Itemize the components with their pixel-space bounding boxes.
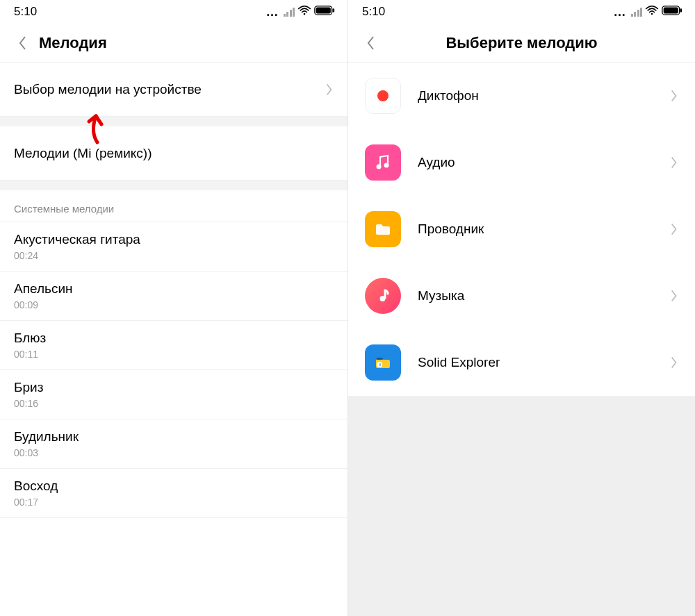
phone-left: 5:10 … Мелодия Выбор мелодии на устройст… [0, 0, 348, 616]
app-row-recorder[interactable]: Диктофон [348, 63, 695, 129]
more-icon: … [266, 5, 279, 19]
divider [0, 117, 348, 126]
track-duration: 00:09 [14, 299, 334, 310]
more-icon: … [614, 5, 627, 19]
svg-point-11 [380, 296, 386, 301]
app-name: Диктофон [418, 88, 653, 103]
battery-icon [314, 5, 335, 19]
page-title: Выберите мелодию [357, 34, 687, 52]
track-row[interactable]: Будильник 00:03 [0, 419, 348, 469]
chevron-right-icon [670, 89, 678, 103]
mi-remix-row[interactable]: Мелодии (Mi (ремикс)) [0, 126, 348, 181]
svg-point-4 [651, 13, 653, 15]
phone-right: 5:10 … Выберите мелодию Диктофон Аудио П… [348, 0, 695, 616]
music-app-icon [365, 278, 401, 314]
track-duration: 00:03 [14, 447, 334, 458]
status-icons: … [614, 5, 683, 19]
track-row[interactable]: Апельсин 00:09 [0, 272, 348, 321]
track-row[interactable]: Блюз 00:11 [0, 321, 348, 370]
recorder-icon [365, 78, 401, 114]
folder-icon [365, 211, 401, 247]
svg-rect-7 [680, 8, 682, 12]
app-name: Аудио [418, 155, 653, 170]
app-row-music[interactable]: Музыка [348, 263, 695, 329]
pick-on-device-label: Выбор мелодии на устройстве [14, 82, 325, 97]
divider [0, 181, 348, 190]
app-row-files[interactable]: Проводник [348, 196, 695, 263]
track-name: Восход [14, 478, 334, 494]
svg-point-0 [304, 13, 306, 15]
app-row-audio[interactable]: Аудио [348, 129, 695, 196]
header: Мелодия [0, 24, 348, 63]
track-name: Блюз [14, 331, 334, 346]
wifi-icon [645, 5, 659, 19]
track-row[interactable]: Акустическая гитара 00:24 [0, 222, 348, 272]
status-icons: … [266, 5, 336, 19]
chevron-right-icon [670, 289, 678, 303]
track-name: Будильник [14, 429, 334, 444]
app-name: Проводник [418, 222, 653, 237]
track-duration: 00:11 [14, 349, 334, 360]
status-bar: 5:10 … [0, 0, 348, 24]
app-name: Solid Explorer [418, 355, 653, 370]
track-duration: 00:17 [14, 497, 334, 508]
signal-icon [631, 7, 643, 17]
status-time: 5:10 [14, 5, 37, 19]
track-name: Апельсин [14, 281, 334, 297]
track-name: Акустическая гитара [14, 232, 334, 247]
svg-point-10 [384, 163, 389, 168]
empty-area [348, 396, 695, 616]
music-note-icon [365, 144, 401, 181]
status-time: 5:10 [362, 5, 385, 19]
pick-on-device-row[interactable]: Выбор мелодии на устройстве [0, 63, 348, 117]
chevron-right-icon [325, 83, 334, 97]
battery-icon [662, 5, 682, 19]
page-title: Мелодия [39, 34, 107, 52]
solid-explorer-icon [365, 344, 401, 381]
app-name: Музыка [418, 288, 653, 303]
svg-rect-6 [664, 7, 678, 13]
chevron-right-icon [670, 156, 678, 169]
signal-icon [284, 7, 295, 17]
track-row[interactable]: Восход 00:17 [0, 469, 348, 518]
wifi-icon [297, 5, 311, 19]
header: Выберите мелодию [348, 24, 695, 63]
section-header-system: Системные мелодии [0, 190, 348, 222]
svg-rect-12 [376, 358, 383, 360]
chevron-right-icon [670, 222, 678, 236]
status-bar: 5:10 … [348, 0, 695, 24]
track-duration: 00:24 [14, 250, 334, 261]
chevron-right-icon [670, 356, 678, 369]
app-row-solid-explorer[interactable]: Solid Explorer [348, 329, 695, 396]
svg-point-8 [377, 90, 389, 101]
svg-rect-2 [316, 7, 331, 13]
svg-rect-3 [332, 8, 334, 12]
back-button[interactable] [8, 29, 36, 57]
track-name: Бриз [14, 380, 334, 395]
mi-remix-label: Мелодии (Mi (ремикс)) [14, 146, 334, 161]
track-row[interactable]: Бриз 00:16 [0, 370, 348, 419]
track-duration: 00:16 [14, 398, 334, 409]
